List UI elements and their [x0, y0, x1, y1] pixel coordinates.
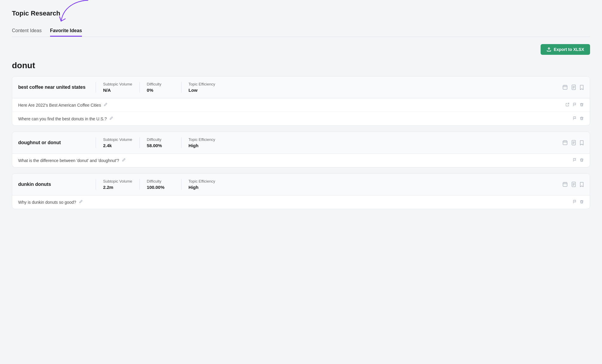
- edit-icon[interactable]: [103, 102, 108, 108]
- calendar-icon[interactable]: [562, 140, 568, 145]
- subtopic-volume-value: 2.4k: [103, 143, 132, 148]
- card-stats: Subtopic Volume 2.4k Difficulty 58.00% T…: [96, 137, 562, 148]
- stat-efficiency: Topic Efficiency High: [181, 137, 223, 148]
- document-icon[interactable]: [571, 85, 576, 90]
- tabs: Content Ideas Favorite Ideas: [12, 26, 590, 37]
- svg-rect-2: [563, 141, 567, 145]
- difficulty-label: Difficulty: [147, 137, 174, 142]
- flag-icon[interactable]: [572, 116, 577, 121]
- trash-icon[interactable]: [580, 102, 584, 108]
- stat-subtopic-volume: Subtopic Volume N/A: [96, 82, 139, 93]
- stat-efficiency: Topic Efficiency High: [181, 179, 223, 190]
- row-actions: [572, 200, 584, 205]
- trash-icon[interactable]: [580, 158, 584, 163]
- svg-rect-0: [563, 85, 567, 89]
- cards-container: best coffee near united states Subtopic …: [12, 76, 590, 209]
- stat-subtopic-volume: Subtopic Volume 2.2m: [96, 179, 139, 190]
- efficiency-label: Topic Efficiency: [189, 179, 216, 183]
- subtopic-volume-value: 2.2m: [103, 185, 132, 190]
- difficulty-label: Difficulty: [147, 179, 174, 183]
- edit-icon[interactable]: [122, 158, 126, 163]
- edit-icon[interactable]: [109, 116, 113, 121]
- svg-rect-4: [563, 183, 567, 186]
- card-row: Why is dunkin donuts so good?: [12, 195, 590, 209]
- row-actions: [572, 116, 584, 121]
- card-stats: Subtopic Volume 2.2m Difficulty 100.00% …: [96, 179, 562, 190]
- stat-difficulty: Difficulty 100.00%: [139, 179, 181, 190]
- document-icon[interactable]: [571, 182, 576, 187]
- trash-icon[interactable]: [580, 116, 584, 121]
- efficiency-label: Topic Efficiency: [189, 82, 216, 86]
- calendar-icon[interactable]: [562, 182, 568, 187]
- card-title: best coffee near united states: [18, 85, 96, 90]
- calendar-icon[interactable]: [562, 85, 568, 90]
- stat-efficiency: Topic Efficiency Low: [181, 82, 223, 93]
- bookmark-icon[interactable]: [580, 182, 584, 187]
- upload-icon: [547, 47, 551, 52]
- stat-difficulty: Difficulty 58.00%: [139, 137, 181, 148]
- toolbar: Export to XLSX: [12, 44, 590, 55]
- bookmark-icon[interactable]: [580, 85, 584, 90]
- document-icon[interactable]: [571, 140, 576, 145]
- row-actions: [572, 158, 584, 163]
- card-header: dunkin donuts Subtopic Volume 2.2m Diffi…: [12, 174, 590, 195]
- stat-difficulty: Difficulty 0%: [139, 82, 181, 93]
- efficiency-value: High: [189, 143, 216, 148]
- row-text: Here Are 2022's Best American Coffee Cit…: [18, 102, 565, 108]
- card-row: Here Are 2022's Best American Coffee Cit…: [12, 98, 590, 112]
- card-row: Where can you find the best donuts in th…: [12, 112, 590, 125]
- card-header: best coffee near united states Subtopic …: [12, 77, 590, 98]
- row-text: Why is dunkin donuts so good?: [18, 200, 572, 205]
- edit-icon[interactable]: [79, 200, 83, 205]
- page-title: Topic Research: [12, 10, 590, 17]
- external-link-icon[interactable]: [565, 102, 570, 108]
- subtopic-volume-label: Subtopic Volume: [103, 179, 132, 183]
- difficulty-value: 100.00%: [147, 185, 174, 190]
- card-stats: Subtopic Volume N/A Difficulty 0% Topic …: [96, 82, 562, 93]
- row-text: What is the difference between 'donut' a…: [18, 158, 572, 163]
- row-text: Where can you find the best donuts in th…: [18, 116, 572, 121]
- efficiency-value: High: [189, 185, 216, 190]
- card-doughnut-or-donut: doughnut or donut Subtopic Volume 2.4k D…: [12, 132, 590, 167]
- card-header-actions: [562, 85, 584, 90]
- card-header: doughnut or donut Subtopic Volume 2.4k D…: [12, 132, 590, 154]
- card-title: dunkin donuts: [18, 182, 96, 187]
- card-row: What is the difference between 'donut' a…: [12, 154, 590, 167]
- difficulty-value: 58.00%: [147, 143, 174, 148]
- trash-icon[interactable]: [580, 200, 584, 205]
- flag-icon[interactable]: [572, 102, 577, 108]
- bookmark-icon[interactable]: [580, 140, 584, 145]
- tab-divider: [12, 37, 590, 37]
- efficiency-value: Low: [189, 88, 216, 93]
- card-header-actions: [562, 140, 584, 145]
- difficulty-value: 0%: [147, 88, 174, 93]
- flag-icon[interactable]: [572, 158, 577, 163]
- subtopic-volume-value: N/A: [103, 88, 132, 93]
- subtopic-volume-label: Subtopic Volume: [103, 137, 132, 142]
- row-actions: [565, 102, 584, 108]
- card-title: doughnut or donut: [18, 140, 96, 145]
- card-header-actions: [562, 182, 584, 187]
- efficiency-label: Topic Efficiency: [189, 137, 216, 142]
- card-dunkin-donuts: dunkin donuts Subtopic Volume 2.2m Diffi…: [12, 173, 590, 209]
- stat-subtopic-volume: Subtopic Volume 2.4k: [96, 137, 139, 148]
- card-best-coffee: best coffee near united states Subtopic …: [12, 76, 590, 126]
- difficulty-label: Difficulty: [147, 82, 174, 86]
- subtopic-volume-label: Subtopic Volume: [103, 82, 132, 86]
- tab-content-ideas[interactable]: Content Ideas: [12, 26, 42, 37]
- keyword-label: donut: [12, 61, 590, 70]
- tab-favorite-ideas[interactable]: Favorite Ideas: [50, 26, 82, 37]
- flag-icon[interactable]: [572, 200, 577, 205]
- export-button[interactable]: Export to XLSX: [541, 44, 590, 55]
